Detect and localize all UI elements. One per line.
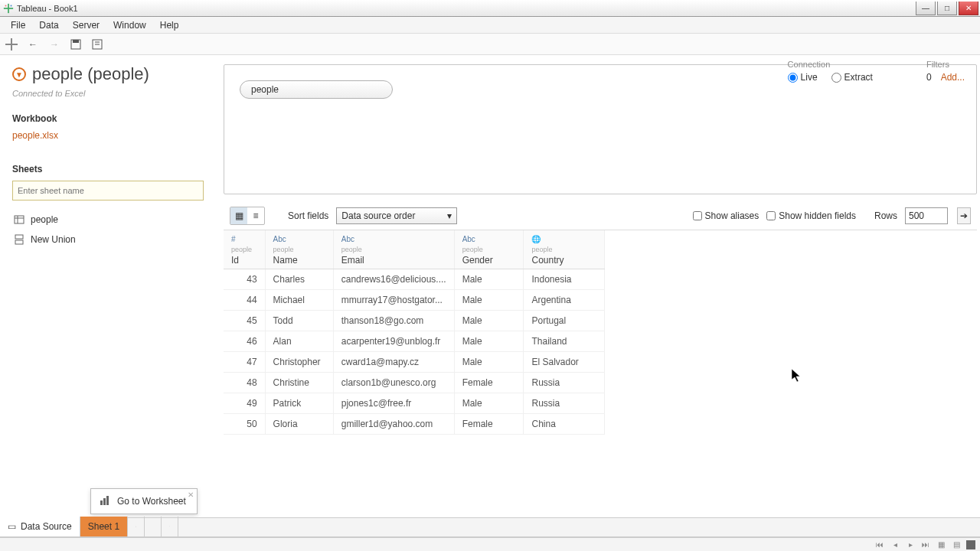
- back-icon[interactable]: ←: [26, 37, 40, 51]
- window-title: Tableau - Book1: [17, 4, 78, 13]
- show-filmstrip-icon[interactable]: ▤: [951, 540, 962, 549]
- data-grid: #peopleIdAbcpeopleNameAbcpeopleEmailAbcp…: [224, 230, 977, 522]
- show-sheets-icon[interactable]: [966, 540, 975, 549]
- connection-live-radio[interactable]: Live: [788, 72, 818, 83]
- svg-rect-16: [106, 496, 109, 505]
- table-row[interactable]: 48Christineclarson1b@unesco.orgFemaleRus…: [224, 373, 605, 393]
- menu-data[interactable]: Data: [33, 18, 64, 32]
- sheet-item-label: people: [31, 214, 58, 225]
- table-pill[interactable]: people: [240, 80, 393, 99]
- svg-rect-12: [15, 235, 23, 239]
- nav-next-icon[interactable]: ▸: [905, 540, 916, 549]
- filters-count: 0: [926, 72, 932, 83]
- app-icon: [3, 3, 14, 14]
- rows-label: Rows: [874, 210, 897, 221]
- tab-sheet1[interactable]: Sheet 1: [80, 517, 128, 536]
- column-header[interactable]: AbcpeopleGender: [454, 230, 524, 269]
- menu-server[interactable]: Server: [67, 18, 106, 32]
- show-hidden-checkbox[interactable]: Show hidden fields: [766, 210, 856, 221]
- svg-rect-7: [73, 40, 79, 43]
- new-worksheet-button[interactable]: [128, 517, 145, 536]
- list-view-button[interactable]: ≡: [247, 207, 264, 224]
- sheets-header: Sheets: [12, 164, 207, 174]
- minimize-button[interactable]: —: [916, 2, 936, 15]
- connection-label: Connection: [788, 60, 873, 69]
- rows-go-button[interactable]: ➔: [957, 207, 971, 224]
- nav-first-icon[interactable]: ⏮: [874, 540, 885, 549]
- table-pill-label: people: [251, 84, 279, 95]
- table-row[interactable]: 46Alanacarpenter19@unblog.frMaleThailand: [224, 331, 605, 352]
- connection-extract-radio[interactable]: Extract: [831, 72, 873, 83]
- sidebar: ▼ people (people) Connected to Excel Wor…: [0, 55, 220, 522]
- connection-status: Connected to Excel: [12, 89, 207, 98]
- column-header[interactable]: AbcpeopleEmail: [333, 230, 454, 269]
- worksheet-icon: [99, 494, 111, 509]
- workbook-header: Workbook: [12, 113, 207, 124]
- popup-close-icon[interactable]: ✕: [188, 491, 194, 499]
- table-row[interactable]: 47Christophercward1a@mapy.czMaleEl Salva…: [224, 352, 605, 373]
- chevron-down-icon: ▾: [447, 210, 452, 221]
- menu-help[interactable]: Help: [154, 18, 185, 32]
- column-header[interactable]: 🌐peopleCountry: [524, 230, 605, 269]
- status-bar: ⏮ ◂ ▸ ⏭ ▦ ▤: [0, 537, 980, 551]
- svg-rect-3: [11, 5, 12, 6]
- join-canvas[interactable]: people: [224, 64, 977, 194]
- table-row[interactable]: 50Gloriagmiller1d@yahoo.comFemaleChina: [224, 414, 605, 435]
- table-row[interactable]: 49Patrickpjones1c@free.frMaleRussia: [224, 393, 605, 414]
- menu-window[interactable]: Window: [107, 18, 152, 32]
- forward-icon[interactable]: →: [47, 37, 61, 51]
- table-row[interactable]: 44Michaelmmurray17@hostgator...MaleArgen…: [224, 290, 605, 311]
- svg-rect-23: [169, 527, 170, 527]
- menu-file[interactable]: File: [5, 18, 31, 32]
- table-row[interactable]: 45Toddthanson18@go.comMalePortugal: [224, 311, 605, 331]
- nav-prev-icon[interactable]: ◂: [890, 540, 900, 549]
- workbook-file[interactable]: people.xlsx: [12, 130, 207, 141]
- sheet-item-label: New Union: [31, 234, 76, 245]
- window-titlebar: Tableau - Book1 — □ ✕: [0, 0, 980, 17]
- sheet-search-input[interactable]: [12, 181, 204, 201]
- popup-label: Go to Worksheet: [117, 496, 186, 507]
- tab-data-source[interactable]: ▭ Data Source: [0, 517, 80, 536]
- union-icon: [14, 234, 24, 245]
- close-button[interactable]: ✕: [959, 2, 978, 15]
- sheet-item-people[interactable]: people: [12, 210, 207, 230]
- svg-rect-14: [100, 500, 103, 505]
- save-icon[interactable]: [69, 37, 83, 51]
- menu-bar: File Data Server Window Help: [0, 17, 980, 34]
- new-dashboard-button[interactable]: [145, 517, 162, 536]
- refresh-icon[interactable]: [90, 37, 104, 51]
- maximize-button[interactable]: □: [937, 2, 957, 15]
- sort-value: Data source order: [341, 210, 415, 221]
- rows-input[interactable]: [905, 207, 948, 224]
- filters-add-link[interactable]: Add...: [941, 72, 965, 83]
- grid-controls: ▦ ≡ Sort fields Data source order ▾ Show…: [224, 202, 977, 230]
- go-to-worksheet-popup[interactable]: Go to Worksheet ✕: [90, 488, 198, 514]
- sort-select[interactable]: Data source order ▾: [336, 207, 457, 224]
- svg-rect-13: [15, 240, 23, 244]
- svg-rect-9: [15, 216, 24, 223]
- svg-rect-15: [103, 498, 106, 505]
- svg-rect-2: [5, 5, 7, 6]
- table-icon: [14, 214, 24, 225]
- sheet-item-new-union[interactable]: New Union: [12, 230, 207, 249]
- svg-rect-5: [5, 44, 18, 45]
- tableau-logo-icon[interactable]: [5, 37, 18, 51]
- new-story-button[interactable]: [162, 517, 178, 536]
- datasource-tab-icon: ▭: [8, 521, 16, 532]
- connection-panel: Connection Live Extract: [788, 60, 873, 83]
- toolbar: ← →: [0, 34, 980, 55]
- show-aliases-checkbox[interactable]: Show aliases: [693, 210, 760, 221]
- column-header[interactable]: #peopleId: [224, 230, 265, 269]
- nav-last-icon[interactable]: ⏭: [920, 540, 931, 549]
- sort-label: Sort fields: [288, 210, 328, 221]
- show-tabs-icon[interactable]: ▦: [936, 540, 946, 549]
- filters-panel: Filters 0 Add...: [926, 60, 965, 83]
- column-header[interactable]: AbcpeopleName: [265, 230, 333, 269]
- svg-rect-1: [4, 8, 13, 9]
- table-row[interactable]: 43Charlescandrews16@delicious....MaleInd…: [224, 269, 605, 290]
- sheet-tabs: ▭ Data Source Sheet 1: [0, 517, 980, 537]
- grid-view-button[interactable]: ▦: [230, 207, 247, 224]
- filters-label: Filters: [926, 60, 965, 69]
- datasource-dropdown-icon[interactable]: ▼: [12, 67, 26, 81]
- datasource-name: people (people): [32, 64, 149, 84]
